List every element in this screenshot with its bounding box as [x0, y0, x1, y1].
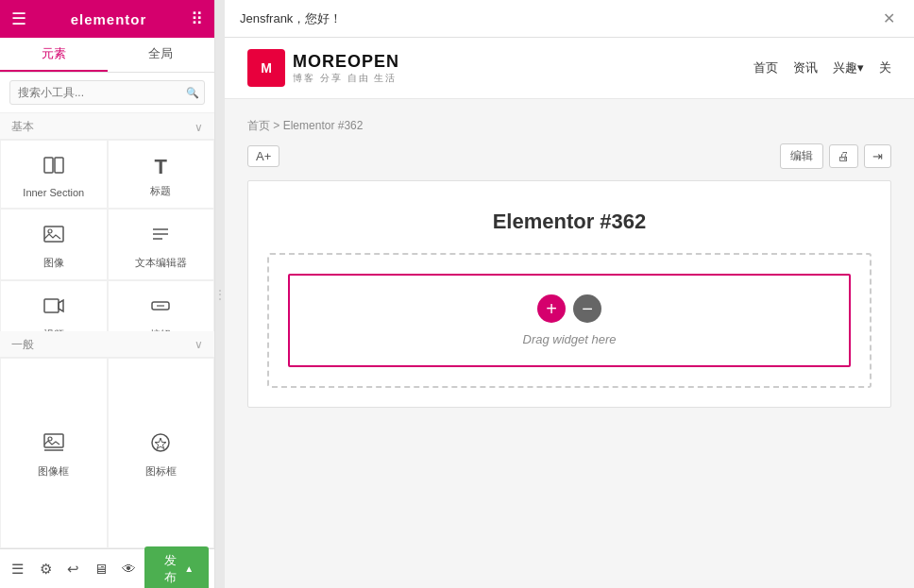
widget-heading-label: 标题 — [150, 184, 171, 198]
top-bar-exit-icon[interactable]: ✕ — [879, 8, 899, 29]
section-basic-toggle[interactable]: ∨ — [195, 121, 203, 134]
breadcrumb: 首页 > Elementor #362 — [247, 118, 891, 134]
print-icon-button[interactable]: 🖨 — [829, 144, 858, 168]
sidebar-header: ☰ elementor ⠿ — [0, 0, 214, 38]
top-bar-greeting: Jensfrank，您好！ — [240, 10, 342, 27]
tab-elements[interactable]: 元素 — [0, 38, 108, 72]
sidebar-logo: elementor — [26, 11, 191, 27]
widget-inner-section-label: Inner Section — [23, 187, 84, 198]
site-nav: 首页 资讯 兴趣▾ 关 — [753, 59, 891, 76]
publish-button[interactable]: 发布 ▲ — [144, 546, 209, 589]
widget-image-box[interactable]: 图像框 — [0, 358, 108, 549]
button-icon — [149, 294, 172, 323]
svg-rect-0 — [44, 158, 53, 173]
logo-tagline: 博客 分享 自由 生活 — [293, 72, 399, 85]
widget-text-editor-label: 文本编辑器 — [135, 256, 187, 270]
page-title: Elementor #362 — [267, 210, 872, 234]
drag-hint: Drag widget here — [523, 332, 617, 346]
page-header-bar: A+ 编辑 🖨 ⇥ — [247, 143, 891, 169]
drag-controls: + − — [537, 294, 601, 323]
svg-rect-7 — [44, 299, 59, 312]
add-widget-button[interactable]: + — [537, 294, 566, 323]
sidebar-tabs: 元素 全局 — [0, 38, 214, 73]
breadcrumb-current: Elementor #362 — [283, 119, 364, 132]
heading-icon: T — [155, 155, 167, 179]
main-area: Jensfrank，您好！ ✕ M MOREOPEN 博客 分享 自由 生活 首… — [225, 0, 914, 588]
breadcrumb-home[interactable]: 首页 — [247, 119, 270, 132]
widget-button[interactable]: 按钮 — [108, 280, 215, 331]
widget-video[interactable]: 视频 — [0, 280, 108, 331]
icon-box-icon — [149, 431, 172, 460]
svg-rect-1 — [55, 158, 63, 173]
image-icon — [42, 223, 65, 251]
widget-inner-section[interactable]: Inner Section — [0, 140, 108, 209]
nav-news[interactable]: 资讯 — [793, 59, 818, 76]
widget-image-box-label: 图像框 — [38, 464, 69, 479]
scrollable-content: M MOREOPEN 博客 分享 自由 生活 首页 资讯 兴趣▾ 关 首页 > … — [225, 38, 914, 588]
widget-heading[interactable]: T 标题 — [108, 140, 215, 209]
search-input-wrap — [9, 80, 205, 105]
nav-more[interactable]: 关 — [879, 59, 891, 76]
logo-name: MOREOPEN — [293, 52, 399, 72]
svg-point-3 — [48, 229, 52, 233]
widget-icon-box-label: 图标框 — [145, 464, 177, 479]
tab-global[interactable]: 全局 — [108, 38, 215, 72]
widget-text-editor[interactable]: 文本编辑器 — [108, 209, 215, 280]
section-basic-label: 基本 ∨ — [0, 113, 214, 140]
inner-section-icon — [42, 154, 65, 182]
section-general-label: 一般 ∨ — [0, 331, 214, 358]
image-box-icon — [42, 431, 65, 460]
nav-home[interactable]: 首页 — [753, 59, 778, 76]
resize-handle[interactable]: ⋮ — [215, 0, 225, 588]
bottom-responsive-icon[interactable]: 🖥 — [89, 556, 112, 582]
breadcrumb-separator: > — [273, 119, 282, 132]
nav-interests[interactable]: 兴趣▾ — [833, 59, 864, 76]
page-card: Elementor #362 + − Drag widge — [247, 180, 891, 408]
widget-image-label: 图像 — [43, 256, 64, 270]
add-icon: + — [546, 298, 557, 320]
top-bar-actions: ✕ — [879, 8, 899, 29]
svg-rect-14 — [44, 434, 63, 447]
site-logo: M MOREOPEN 博客 分享 自由 生活 — [247, 49, 399, 87]
bottom-menu-icon[interactable]: ☰ — [6, 556, 29, 582]
inner-section-widget[interactable]: + − Drag widget here — [288, 274, 851, 367]
top-bar: Jensfrank，您好！ ✕ — [225, 0, 914, 38]
website-header: M MOREOPEN 博客 分享 自由 生活 首页 资讯 兴趣▾ 关 — [225, 38, 914, 99]
widget-area: + − Drag widget here — [267, 253, 872, 388]
edit-button[interactable]: 编辑 — [780, 143, 823, 169]
sidebar-bottom-toolbar: ☰ ⚙ ↩ 🖥 👁 发布 ▲ — [0, 548, 214, 588]
publish-arrow-icon: ▲ — [184, 563, 194, 574]
search-input[interactable] — [9, 80, 205, 105]
svg-rect-2 — [44, 227, 63, 242]
svg-point-16 — [48, 437, 52, 441]
text-editor-icon — [149, 223, 172, 251]
section-general-toggle[interactable]: ∨ — [195, 338, 203, 351]
widget-grid-basic: Inner Section T 标题 图像 — [0, 140, 214, 331]
video-icon — [42, 294, 65, 323]
logo-text: MOREOPEN 博客 分享 自由 生活 — [293, 52, 399, 85]
bottom-settings-icon[interactable]: ⚙ — [33, 556, 57, 582]
widget-grid-general: 图像框 图标框 — [0, 358, 214, 549]
bottom-preview-icon[interactable]: 👁 — [117, 556, 141, 582]
hamburger-icon[interactable]: ☰ — [11, 8, 26, 29]
share-icon-button[interactable]: ⇥ — [864, 144, 891, 168]
page-area: 首页 > Elementor #362 A+ 编辑 🖨 ⇥ Elementor … — [225, 99, 914, 427]
bottom-undo-icon[interactable]: ↩ — [61, 556, 85, 582]
remove-icon: − — [582, 298, 593, 320]
widget-image[interactable]: 图像 — [0, 209, 108, 280]
search-bar — [0, 73, 214, 113]
widget-icon-box[interactable]: 图标框 — [108, 358, 215, 549]
logo-icon: M — [247, 49, 285, 87]
grid-icon[interactable]: ⠿ — [191, 8, 203, 29]
sidebar: ☰ elementor ⠿ 元素 全局 基本 ∨ Inner Section — [0, 0, 215, 588]
page-actions: 编辑 🖨 ⇥ — [780, 143, 891, 169]
remove-widget-button[interactable]: − — [573, 294, 601, 323]
font-size-button[interactable]: A+ — [247, 145, 279, 167]
